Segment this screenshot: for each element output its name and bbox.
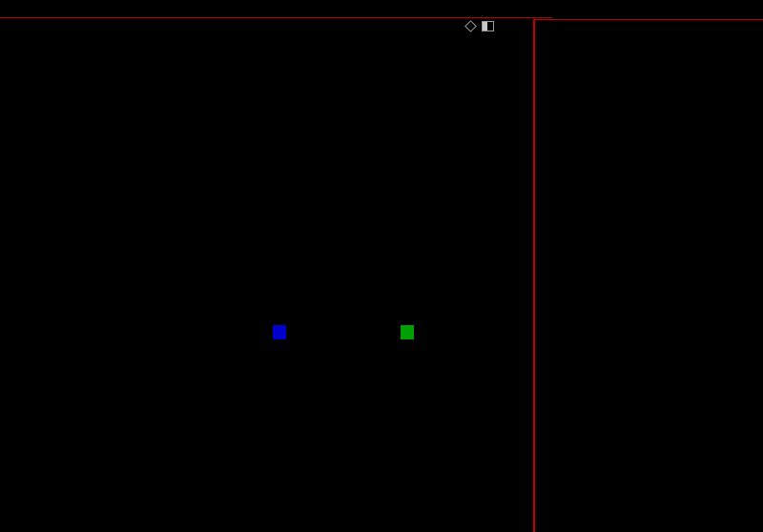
signal-badge-cai — [273, 325, 286, 339]
split-window-icon-fill — [483, 22, 487, 31]
split-window-icon[interactable] — [482, 21, 494, 31]
menu-divider — [0, 17, 552, 18]
tdx-app-window — [0, 0, 763, 532]
stock-titlebar — [561, 2, 566, 19]
quote-panel — [533, 19, 763, 532]
signal-badge-die — [401, 325, 414, 339]
kline-chart-canvas[interactable] — [0, 0, 534, 532]
